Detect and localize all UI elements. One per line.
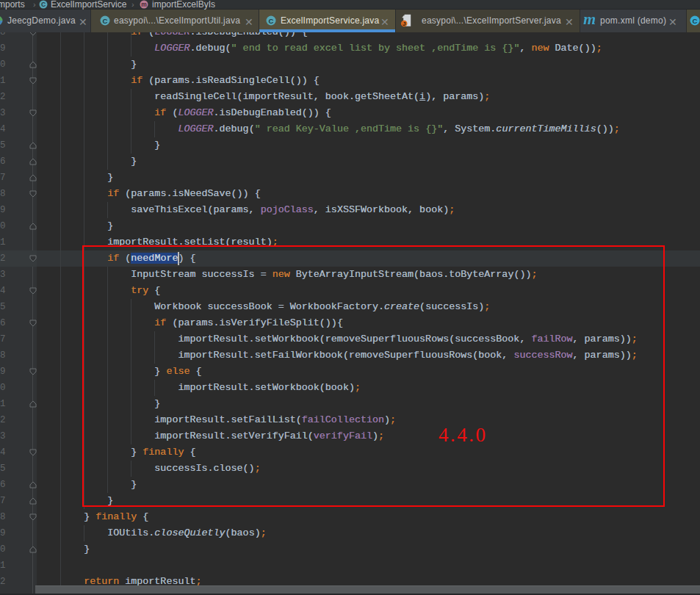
svg-text:m: m	[141, 1, 147, 8]
svg-text:C: C	[41, 1, 46, 8]
svg-text:C: C	[103, 17, 108, 25]
svg-text:J: J	[403, 21, 405, 27]
svg-text:C: C	[269, 17, 274, 25]
svg-text:C: C	[693, 17, 698, 25]
